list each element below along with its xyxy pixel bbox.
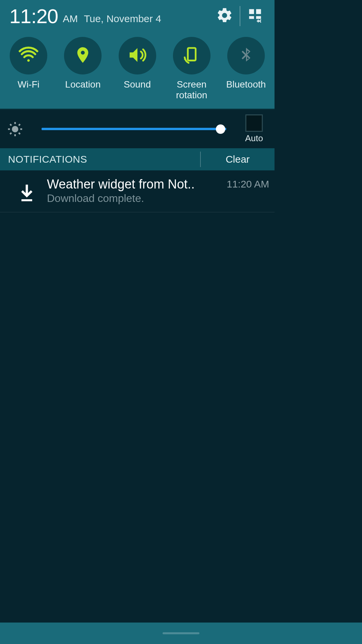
svg-line-10: [10, 124, 11, 125]
toggle-label: Wi-Fi: [17, 79, 39, 90]
svg-line-11: [19, 133, 20, 134]
svg-rect-1: [256, 9, 261, 14]
clock-ampm: AM: [63, 13, 78, 24]
wifi-icon: [18, 45, 39, 66]
svg-line-13: [19, 124, 20, 125]
toggle-label: Screen rotation: [176, 79, 207, 101]
location-icon: [73, 46, 92, 66]
svg-rect-14: [21, 199, 32, 201]
svg-point-5: [12, 126, 18, 132]
settings-button[interactable]: [213, 4, 236, 28]
brightness-panel: Auto: [0, 109, 275, 148]
notification-item[interactable]: Weather widget from Not.. Download compl…: [0, 170, 275, 212]
screen-rotation-icon: [182, 46, 201, 66]
clear-button[interactable]: Clear: [201, 154, 275, 165]
svg-rect-2: [249, 16, 254, 19]
gear-icon: [216, 7, 233, 25]
brightness-slider[interactable]: [42, 122, 226, 136]
quick-panel-grid-button[interactable]: [244, 4, 267, 28]
toggle-location[interactable]: Location: [56, 37, 110, 90]
toggle-bluetooth[interactable]: Bluetooth: [219, 37, 273, 90]
notification-time: 11:20 AM: [227, 177, 269, 190]
svg-line-12: [10, 133, 11, 134]
bluetooth-icon: [237, 46, 255, 65]
quick-toggles-row: Wi-Fi Location Sound: [0, 32, 275, 109]
clock-time: 11:20: [9, 5, 58, 28]
toggle-sound[interactable]: Sound: [110, 37, 164, 90]
toggle-label: Bluetooth: [226, 79, 266, 90]
sound-icon: [127, 45, 148, 67]
download-icon: [7, 177, 47, 203]
toggle-wifi[interactable]: Wi-Fi: [1, 37, 56, 90]
toggle-label: Location: [65, 79, 101, 90]
toggle-label: Sound: [124, 79, 151, 90]
header-divider: [240, 6, 240, 26]
notification-subtitle: Download complete.: [47, 192, 222, 205]
notifications-title: NOTIFICATIONS: [8, 154, 200, 165]
notifications-bar: NOTIFICATIONS Clear: [0, 148, 275, 170]
brightness-icon: [7, 121, 29, 137]
header: 11:20 AM Tue, November 4: [0, 0, 275, 32]
brightness-auto-label: Auto: [245, 133, 263, 144]
clock-date: Tue, November 4: [84, 13, 161, 24]
svg-rect-4: [188, 48, 195, 60]
toggle-screen-rotation[interactable]: Screen rotation: [165, 37, 219, 101]
notification-title: Weather widget from Not..: [47, 177, 222, 192]
svg-rect-0: [249, 9, 254, 14]
brightness-auto-checkbox[interactable]: [245, 114, 263, 132]
svg-rect-3: [256, 16, 261, 19]
grid-icon: [247, 7, 264, 25]
